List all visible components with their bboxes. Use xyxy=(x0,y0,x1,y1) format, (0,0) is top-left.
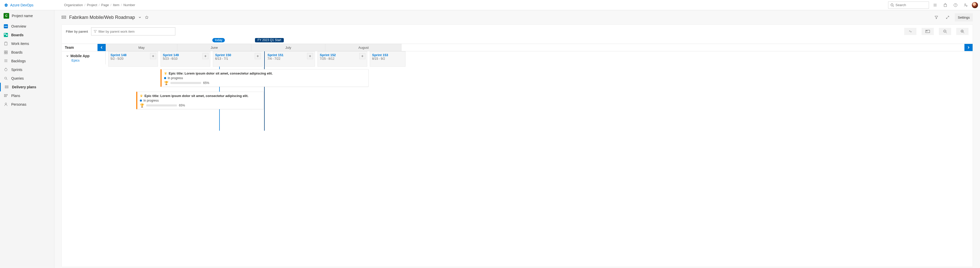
delivery-icon xyxy=(4,85,9,89)
add-item-button[interactable]: + xyxy=(255,53,261,59)
project-row[interactable]: C Project name xyxy=(0,11,54,21)
brand[interactable]: Azure DevOps xyxy=(4,3,33,7)
scroll-right-button[interactable] xyxy=(964,44,973,51)
nav-label: Sprints xyxy=(11,68,22,72)
progress-bar xyxy=(170,82,201,84)
add-item-button[interactable]: + xyxy=(202,53,208,59)
brand-label: Azure DevOps xyxy=(10,3,33,7)
svg-rect-10 xyxy=(6,51,7,52)
breadcrumb-item[interactable]: Project xyxy=(87,3,97,7)
add-item-button[interactable]: + xyxy=(360,53,366,59)
list-icon[interactable] xyxy=(931,1,939,9)
svg-rect-21 xyxy=(62,16,66,17)
sprint-name: Sprint 148 xyxy=(110,53,156,57)
chevron-down-icon[interactable] xyxy=(138,16,142,19)
nav-sprints[interactable]: Sprints xyxy=(0,65,54,74)
timeline: today FY 2023 Q1 Start Team May June Jul… xyxy=(62,38,973,64)
month-may: May xyxy=(106,44,177,51)
nav-personas[interactable]: Personas xyxy=(0,100,54,109)
nav-label: Plans xyxy=(11,94,20,98)
breadcrumb-item[interactable]: Item xyxy=(113,3,119,7)
page-title: Fabrikam Mobile/Web Roadmap xyxy=(69,15,135,20)
backlog-icon xyxy=(3,59,8,63)
search-icon xyxy=(891,3,894,7)
nav-overview[interactable]: Overview xyxy=(0,22,54,30)
svg-line-31 xyxy=(963,32,964,33)
crown-icon: ♛ xyxy=(140,94,143,98)
sprint-dates: 8/15 - 9/2 xyxy=(372,57,403,61)
epic-title: Epic title: Lorem ipsum dolor sit amet, … xyxy=(145,94,248,98)
svg-line-27 xyxy=(946,32,947,33)
card-view-button[interactable] xyxy=(921,28,934,35)
nav-queries[interactable]: Queries xyxy=(0,74,54,83)
avatar[interactable] xyxy=(972,2,978,8)
search-field[interactable] xyxy=(896,3,927,7)
breadcrumb-item[interactable]: Page xyxy=(101,3,109,7)
nav-plans[interactable]: Plans xyxy=(0,91,54,100)
nav-label: Overview xyxy=(11,24,26,28)
sprint-dates: 6/13 - 7/1 xyxy=(215,57,260,61)
main: Fabrikam Mobile/Web Roadmap Settings Fil… xyxy=(54,10,980,268)
timeline-markers: today FY 2023 Q1 Start xyxy=(62,38,973,44)
chevron-down-icon xyxy=(66,54,69,57)
star-icon[interactable] xyxy=(145,15,149,19)
team-type[interactable]: Epics xyxy=(72,59,103,62)
sprint-name: Sprint 151 xyxy=(267,53,313,57)
zoom-out-button[interactable] xyxy=(939,28,951,35)
filter-field[interactable] xyxy=(99,30,173,34)
add-item-button[interactable]: + xyxy=(150,53,156,59)
settings-label: Settings xyxy=(958,16,970,19)
epic-card[interactable]: ♛ Epic title: Lorem ipsum dolor sit amet… xyxy=(161,69,369,87)
breadcrumb-item[interactable]: Organization xyxy=(64,3,83,7)
sprint-name: Sprint 153 xyxy=(372,53,403,57)
svg-line-15 xyxy=(6,79,7,80)
nav-boards[interactable]: Boards xyxy=(0,30,54,39)
nav-work-items[interactable]: Work items xyxy=(0,39,54,48)
nav-backlogs[interactable]: Backlogs xyxy=(0,57,54,65)
month-aug: August xyxy=(325,44,402,51)
user-settings-icon[interactable] xyxy=(962,1,970,9)
azure-logo-icon xyxy=(4,3,8,7)
sprint-card[interactable]: Sprint 153 8/15 - 9/2 xyxy=(370,51,406,67)
scroll-left-button[interactable] xyxy=(97,44,106,51)
milestone-line xyxy=(264,51,265,131)
sprint-dates: 5/2 - 5/20 xyxy=(110,57,156,61)
breadcrumb-item[interactable]: Number xyxy=(123,3,135,7)
project-name: Project name xyxy=(12,14,33,18)
nav-label: Delivery plans xyxy=(12,85,36,89)
expand-icon[interactable] xyxy=(943,13,952,21)
sprint-name: Sprint 152 xyxy=(320,53,365,57)
sprint-card[interactable]: Sprint 151 7/4 - 7/22 + xyxy=(265,51,315,67)
search-input[interactable] xyxy=(888,2,929,9)
sprint-name: Sprint 149 xyxy=(163,53,208,57)
trophy-icon: 🏆 xyxy=(164,81,169,85)
trophy-icon: 🏆 xyxy=(140,104,144,107)
sprint-card[interactable]: Sprint 148 5/2 - 5/20 + xyxy=(108,51,158,67)
svg-point-0 xyxy=(891,3,893,6)
progress-bar xyxy=(146,104,177,107)
filter-input[interactable] xyxy=(91,27,175,35)
top-bar-right: ? xyxy=(888,1,978,9)
svg-rect-2 xyxy=(944,4,947,6)
sprint-card[interactable]: Sprint 149 5/23 - 6/10 + xyxy=(161,51,210,67)
svg-rect-22 xyxy=(62,18,66,18)
add-item-button[interactable]: + xyxy=(307,53,313,59)
sprint-card[interactable]: Sprint 150 6/13 - 7/1 + xyxy=(213,51,262,67)
epic-card[interactable]: ♛ Epic title: Lorem ipsum dolor sit amet… xyxy=(136,92,264,109)
filter-icon[interactable] xyxy=(932,13,940,21)
sprint-name: Sprint 150 xyxy=(215,53,260,57)
bag-icon[interactable] xyxy=(941,1,950,9)
nav-delivery-plans[interactable]: Delivery plans xyxy=(0,83,54,91)
zoom-in-button[interactable] xyxy=(956,28,969,35)
milestone-pill: FY 2023 Q1 Start xyxy=(255,38,284,42)
nav-label: Personas xyxy=(11,102,26,107)
link-view-button[interactable] xyxy=(904,28,916,35)
svg-point-20 xyxy=(5,103,6,104)
nav-label: Queries xyxy=(11,76,24,80)
sprint-card[interactable]: Sprint 152 7/25 - 8/12 + xyxy=(318,51,367,67)
help-icon[interactable]: ? xyxy=(951,1,959,9)
nav-boards-sub[interactable]: Boards xyxy=(0,48,54,57)
epic-status: In progress xyxy=(168,76,183,80)
settings-button[interactable]: Settings xyxy=(955,13,973,21)
team-name-row[interactable]: Mobile App xyxy=(66,54,103,58)
